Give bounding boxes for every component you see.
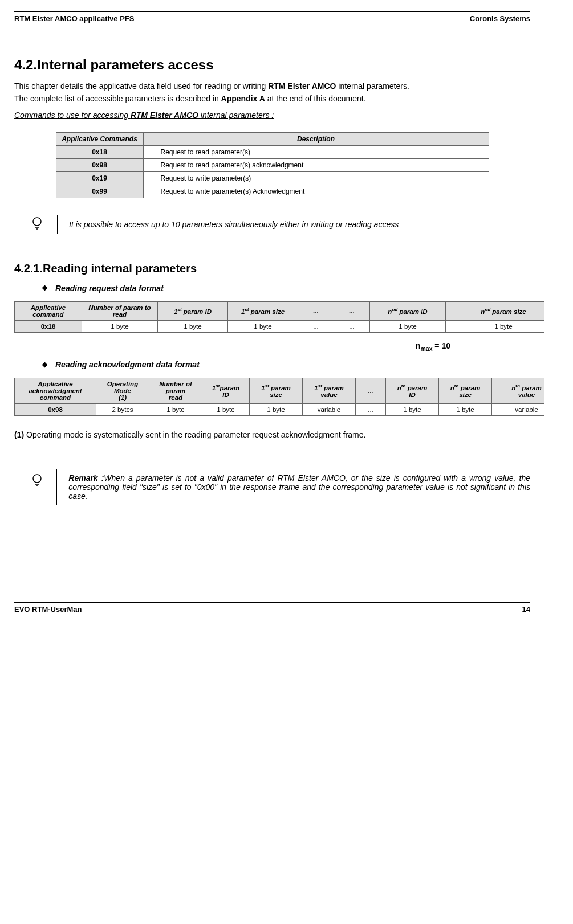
table-header: 1st paramsize <box>250 378 303 404</box>
page-footer: EVO RTM-UserMan 14 <box>14 605 530 614</box>
cell: 1 byte <box>228 320 298 332</box>
table-header: 1st param size <box>228 301 298 320</box>
cell: ... <box>356 404 386 416</box>
read-ack-table: Applicative acknowledgment command Opera… <box>14 378 544 416</box>
cmd-desc: Request to read parameter(s) <box>143 145 489 158</box>
commands-subtitle: Commands to use for accessing RTM Elster… <box>14 111 530 121</box>
svg-point-1 <box>33 475 41 483</box>
intro-text: This chapter details the applicative dat… <box>14 81 268 91</box>
cell: ... <box>334 320 370 332</box>
table-header: Description <box>143 132 489 145</box>
table-header: OperatingMode(1) <box>96 378 149 404</box>
cell: 0x98 <box>15 404 96 416</box>
cell: 1 byte <box>370 320 446 332</box>
cell: 1 byte <box>250 404 303 416</box>
table-header: ... <box>298 301 334 320</box>
cell: ... <box>298 320 334 332</box>
info-note: It is possible to access up to 10 parame… <box>31 215 530 234</box>
cell: 1 byte <box>82 320 158 332</box>
cell: 1 byte <box>149 404 202 416</box>
table-header: nth paramID <box>386 378 439 404</box>
header-left: RTM Elster AMCO applicative PFS <box>14 14 134 23</box>
operating-mode-note: (1) Operating mode is systematically sen… <box>14 430 530 440</box>
section-heading: 4.2.Internal parameters access <box>14 57 530 73</box>
cell: variable <box>492 404 545 416</box>
read-request-table: Applicative command Number of param to r… <box>14 301 544 333</box>
table-header: 1st paramvalue <box>303 378 356 404</box>
nmax-note: nmax = 10 <box>14 341 530 352</box>
table-header: Applicative acknowledgment command <box>15 378 96 404</box>
cell: variable <box>303 404 356 416</box>
cell: 1 byte <box>446 320 545 332</box>
cmd-code: 0x18 <box>56 145 143 158</box>
intro-paragraph-1: This chapter details the applicative dat… <box>14 81 530 92</box>
table-header: Number ofparamread <box>149 378 202 404</box>
svg-point-0 <box>33 218 41 226</box>
bullet-heading: Reading request data format <box>43 284 530 293</box>
note-text: It is possible to access up to 10 parame… <box>57 215 399 234</box>
table-header: Number of param to read <box>82 301 158 320</box>
remark-body: When a parameter is not a valid paramete… <box>68 473 530 501</box>
intro-text: internal parameters. <box>336 81 409 91</box>
subtitle-text: Commands to use for accessing <box>14 111 131 120</box>
appendix-ref: Appendix A <box>221 94 265 103</box>
remark-note: Remark :When a parameter is not a valid … <box>31 469 530 505</box>
table-header: 1stparamID <box>202 378 250 404</box>
cell: 1 byte <box>202 404 250 416</box>
diamond-icon <box>42 362 48 367</box>
table-header: Applicative command <box>15 301 82 320</box>
table-header: ... <box>356 378 386 404</box>
bullet-text: Reading request data format <box>55 284 164 293</box>
footer-left: EVO RTM-UserMan <box>14 605 82 614</box>
table-header: 1st param ID <box>158 301 228 320</box>
diamond-icon <box>42 285 48 291</box>
lightbulb-icon <box>31 216 43 232</box>
cell: 1 byte <box>386 404 439 416</box>
remark-text: Remark :When a parameter is not a valid … <box>56 469 530 505</box>
cell: 0x18 <box>15 320 82 332</box>
remark-label: Remark : <box>68 473 104 483</box>
table-header: nth paramvalue <box>492 378 545 404</box>
commands-table: Applicative Commands Description 0x18Req… <box>56 132 489 198</box>
note-text: Operating mode is systematically sent in… <box>24 430 365 439</box>
cmd-code: 0x19 <box>56 171 143 185</box>
table-row: 0x19Request to write parameter(s) <box>56 171 489 185</box>
table-row: 0x99Request to write parameter(s) Acknow… <box>56 185 489 198</box>
table-header: nnd param ID <box>370 301 446 320</box>
note-label: (1) <box>14 430 24 439</box>
table-row: 0x18 1 byte 1 byte 1 byte ... ... 1 byte… <box>15 320 545 332</box>
cell: 1 byte <box>439 404 492 416</box>
cmd-desc: Request to write parameter(s) <box>143 171 489 185</box>
cmd-code: 0x99 <box>56 185 143 198</box>
subtitle-text: internal parameters : <box>198 111 274 120</box>
table-header: Applicative Commands <box>56 132 143 145</box>
subsection-heading: 4.2.1.Reading internal parameters <box>14 262 530 275</box>
cell: 1 byte <box>158 320 228 332</box>
table-row: 0x98Request to read parameter(s) acknowl… <box>56 158 489 171</box>
table-header: ... <box>334 301 370 320</box>
intro-text: at the end of this document. <box>265 94 366 103</box>
table-header: nth paramsize <box>439 378 492 404</box>
intro-text: The complete list of accessible paramete… <box>14 94 221 103</box>
header-right: Coronis Systems <box>470 14 530 23</box>
cmd-code: 0x98 <box>56 158 143 171</box>
lightbulb-icon <box>31 473 42 489</box>
intro-paragraph-2: The complete list of accessible paramete… <box>14 94 530 104</box>
cmd-desc: Request to write parameter(s) Acknowledg… <box>143 185 489 198</box>
table-header: nnd param size <box>446 301 545 320</box>
page-number: 14 <box>522 605 530 614</box>
cmd-desc: Request to read parameter(s) acknowledgm… <box>143 158 489 171</box>
table-row: 0x98 2 bytes 1 byte 1 byte 1 byte variab… <box>15 404 545 416</box>
page-header: RTM Elster AMCO applicative PFS Coronis … <box>14 14 530 23</box>
bullet-heading: Reading acknowledgment data format <box>43 360 530 369</box>
intro-bold: RTM Elster AMCO <box>268 81 336 91</box>
subtitle-bold: RTM Elster AMCO <box>131 111 198 120</box>
bullet-text: Reading acknowledgment data format <box>55 360 200 369</box>
table-row: 0x18Request to read parameter(s) <box>56 145 489 158</box>
cell: 2 bytes <box>96 404 149 416</box>
